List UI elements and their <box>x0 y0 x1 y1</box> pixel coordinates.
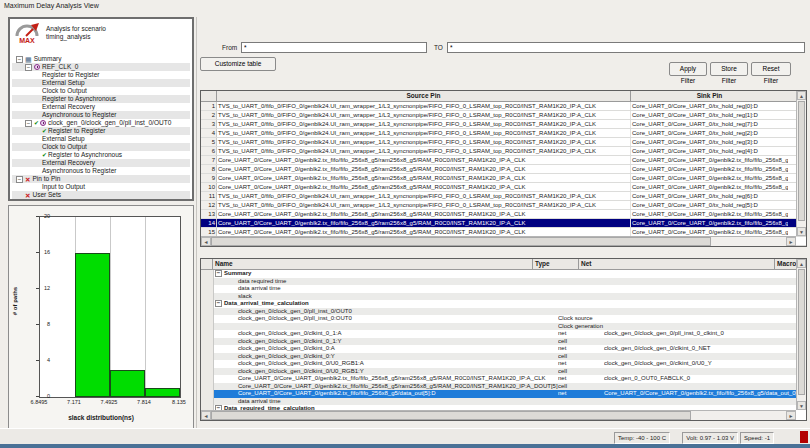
from-input[interactable] <box>241 42 427 53</box>
tree-item[interactable]: −✕Pin to Pin <box>12 175 190 183</box>
row-selector[interactable] <box>201 353 214 361</box>
detail-row[interactable]: clock_gen_0/clock_gen_0/clkint_0/U0_RGB1… <box>201 368 806 376</box>
scroll-down-icon[interactable]: ▼ <box>797 401 806 410</box>
detail-vertical-scrollbar[interactable]: ▲ ▼ <box>796 259 806 410</box>
tree-expander-icon[interactable]: − <box>25 120 32 127</box>
path-row[interactable]: 5TVS_to_UART_0/fifo_0/FIFO_0/genblk24.UI… <box>201 138 806 147</box>
detail-row[interactable]: clock_gen_0/clock_gen_0/pll_inst_0/OUT0 <box>201 308 806 316</box>
row-selector[interactable] <box>201 330 214 338</box>
tree-item[interactable]: −✔clock_gen_0/clock_gen_0/pll_inst_0/OUT… <box>12 119 190 127</box>
path-row[interactable]: 9Core_UART_0/Core_UART_0/genblk2.tx_fifo… <box>201 174 806 183</box>
path-row[interactable]: 14Core_UART_0/Core_UART_0/genblk2.tx_fif… <box>201 219 806 228</box>
scroll-right-icon[interactable]: ► <box>786 237 796 246</box>
tree-item[interactable]: Register to Asynchronous <box>12 95 190 103</box>
detail-row[interactable]: Core_UART_0/Core_UART_0/genblk2.tx_fifo/… <box>201 383 806 391</box>
path-row[interactable]: 4TVS_to_UART_0/fifo_0/FIFO_0/genblk24.UI… <box>201 129 806 138</box>
row-selector[interactable] <box>201 383 214 391</box>
tree-item[interactable]: External Setup <box>12 79 190 87</box>
scroll-left-icon[interactable]: ◄ <box>201 411 211 420</box>
tree-expander-icon[interactable]: − <box>16 176 23 183</box>
to-input[interactable] <box>447 42 805 53</box>
histogram-bar[interactable] <box>145 388 180 397</box>
path-row[interactable]: 13Core_UART_0/Core_UART_0/genblk2.tx_fif… <box>201 210 806 219</box>
detail-row[interactable]: clock_gen_0/clock_gen_0/clkint_0:YcellAD… <box>201 353 806 361</box>
tree-item[interactable]: ✔Register to Asynchronous <box>12 151 190 159</box>
detail-row[interactable]: clock_gen_0/clock_gen_0/clkint_0/U0_RGB1… <box>201 360 806 368</box>
detail-row[interactable]: clock_gen_0/clock_gen_0/clkint_0_1:Ycell… <box>201 338 806 346</box>
tree-expander-icon[interactable]: − <box>215 300 222 307</box>
row-selector[interactable] <box>201 315 214 323</box>
scroll-up-icon[interactable]: ▲ <box>797 259 806 268</box>
row-selector[interactable] <box>201 390 214 398</box>
detail-row[interactable]: −Summary <box>201 270 806 278</box>
detail-row[interactable]: Core_UART_0/Core_UART_0/genblk2.tx_fifo/… <box>201 390 806 398</box>
tree-expander-icon[interactable]: − <box>215 270 222 277</box>
type-header[interactable]: Type <box>533 259 579 269</box>
path-row[interactable]: 6TVS_to_UART_0/fifo_0/FIFO_0/genblk24.UI… <box>201 147 806 156</box>
paths-horizontal-scrollbar[interactable]: ◄ ► <box>201 236 796 246</box>
row-selector[interactable] <box>201 345 214 353</box>
tree-item[interactable]: Clock to Output <box>12 87 190 95</box>
tree-item[interactable]: Register to Register <box>12 71 190 79</box>
paths-hscroll-thumb[interactable] <box>211 237 711 246</box>
row-selector[interactable] <box>201 360 214 368</box>
path-row[interactable]: 17TVS_to_UART_0/fifo_0/FIFO_0/genblk18.f… <box>201 246 806 247</box>
tree-item[interactable]: External Recovery <box>12 103 190 111</box>
paths-vscroll-thumb[interactable] <box>798 101 805 221</box>
detail-row[interactable]: clock_gen_0/clock_gen_0/pll_inst_0:OUT0C… <box>201 315 806 323</box>
tree-item[interactable]: Clock to Output <box>12 143 190 151</box>
detail-row[interactable]: clock_gen_0/clock_gen_0/clkint_0:Anetclo… <box>201 345 806 353</box>
path-row[interactable]: 8Core_UART_0/Core_UART_0/genblk2.tx_fifo… <box>201 165 806 174</box>
histogram-bar[interactable] <box>110 370 145 397</box>
row-selector[interactable] <box>201 375 214 383</box>
sink-pin-header[interactable]: Sink Pin <box>631 91 788 101</box>
detail-horizontal-scrollbar[interactable]: ◄ ► <box>201 410 796 420</box>
row-selector[interactable] <box>201 338 214 346</box>
detail-row[interactable]: data arrival time <box>201 285 806 293</box>
detail-row[interactable]: Core_UART_0/Core_UART_0/genblk2.tx_fifo/… <box>201 375 806 383</box>
detail-row[interactable]: Clock generation <box>201 323 806 331</box>
tree-item[interactable]: External Setup <box>12 135 190 143</box>
scroll-down-icon[interactable]: ▼ <box>797 227 806 236</box>
tree-item[interactable]: −REF_CLK_0 <box>12 63 190 71</box>
tree-item[interactable]: −▦Summary <box>12 55 190 63</box>
detail-row[interactable]: −Data_arrival_time_calculation <box>201 300 806 308</box>
row-selector[interactable] <box>201 278 214 286</box>
row-selector[interactable] <box>201 300 214 308</box>
tree-expander-icon[interactable]: − <box>16 56 23 63</box>
tree-expander-icon[interactable]: − <box>25 64 32 71</box>
apply-filter-button[interactable]: Apply Filter <box>669 62 707 76</box>
paths-vertical-scrollbar[interactable]: ▲ ▼ <box>796 91 806 236</box>
row-selector[interactable] <box>201 368 214 376</box>
detail-row[interactable]: data arrival time <box>201 398 806 406</box>
scroll-up-icon[interactable]: ▲ <box>797 91 806 100</box>
store-filter-button[interactable]: Store Filter <box>710 62 748 76</box>
tree-item[interactable]: ✔Register to Register <box>12 127 190 135</box>
row-selector[interactable] <box>201 285 214 293</box>
net-header[interactable]: Net <box>579 259 775 269</box>
path-row[interactable]: 10Core_UART_0/Core_UART_0/genblk2.tx_fif… <box>201 183 806 192</box>
macro-header[interactable]: Macro <box>775 259 798 269</box>
path-row[interactable]: 11TVS_to_UART_0/fifo_0/FIFO_0/genblk24.U… <box>201 192 806 201</box>
tree-item[interactable]: Asynchronous to Register <box>12 111 190 119</box>
detail-row[interactable]: data required time <box>201 278 806 286</box>
tree-item[interactable]: ✕User Sets <box>12 191 190 199</box>
path-row[interactable]: 2TVS_to_UART_0/fifo_0/FIFO_0/genblk24.UI… <box>201 111 806 120</box>
source-pin-header[interactable]: Source Pin <box>217 91 631 101</box>
detail-vscroll-thumb[interactable] <box>798 269 805 395</box>
scroll-left-icon[interactable]: ◄ <box>201 237 211 246</box>
reset-filter-button[interactable]: Reset Filter <box>751 62 791 76</box>
tree-item[interactable]: External Recovery <box>12 159 190 167</box>
customize-table-button[interactable]: Customize table <box>200 57 276 71</box>
row-selector[interactable] <box>201 398 214 406</box>
detail-row[interactable]: slack <box>201 293 806 301</box>
path-row[interactable]: 3TVS_to_UART_0/fifo_0/FIFO_0/genblk24.UI… <box>201 120 806 129</box>
path-row[interactable]: 1TVS_to_UART_0/fifo_0/FIFO_0/genblk24.UI… <box>201 102 806 111</box>
histogram-plot[interactable] <box>39 216 181 398</box>
detail-hscroll-thumb[interactable] <box>211 411 691 420</box>
path-row[interactable]: 12TVS_to_UART_0/fifo_0/FIFO_0/genblk24.U… <box>201 201 806 210</box>
row-selector[interactable] <box>201 270 214 278</box>
path-row[interactable]: 7Core_UART_0/Core_UART_0/genblk2.tx_fifo… <box>201 156 806 165</box>
tree-item[interactable]: Asynchronous to Register <box>12 167 190 175</box>
row-selector[interactable] <box>201 308 214 316</box>
